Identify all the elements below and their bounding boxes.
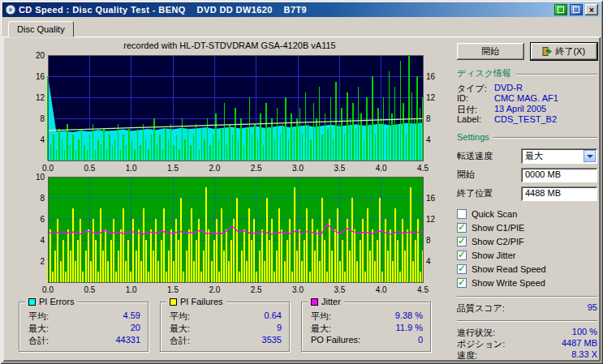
speed-selected-value: 最大 [525,151,543,161]
stat-box-pi-failures: PI Failures 平均:0.64 最大:9 合計:3535 [160,302,290,352]
close-button[interactable]: × [585,4,598,15]
start-position-input[interactable]: 0000 MB [521,168,597,182]
disc-info-row-label: Label:CDS_TEST_B2 [457,114,597,125]
action-buttons: 開始 終了(X) [457,43,597,60]
side-panel: 開始 終了(X) ディスク情報 タイプ:DVD-R ID:CMC MAG. AF… [457,43,597,357]
info-label: タイプ: [457,83,494,93]
svg-text:4.5: 4.5 [417,285,429,294]
svg-text:1.5: 1.5 [167,164,179,173]
exit-label: 終了(X) [555,45,585,58]
speed-label: 転送速度 [457,150,493,162]
stat-value: 0.64 [265,310,282,323]
svg-text:16: 16 [36,72,45,81]
stat-legend: PI Failures [166,297,226,306]
info-value: CMC MAG. AF1 [494,93,558,104]
stat-label: 合計: [28,335,49,347]
start-position-label: 開始 [457,169,475,181]
exit-icon [542,47,552,56]
app-icon [5,4,16,15]
svg-text:1.0: 1.0 [126,285,137,294]
checkbox-show-c1-pie[interactable]: Show C1/PIE [457,221,597,234]
end-position-row: 終了位置 4488 MB [457,186,597,201]
stat-row: 最大:11.9 % [311,323,423,335]
stat-label: 最大: [311,323,331,335]
stat-row: 平均:4.59 [28,310,140,323]
svg-text:8: 8 [40,114,45,123]
exit-button[interactable]: 終了(X) [531,43,598,60]
checkbox-box[interactable] [457,264,467,274]
speed-select[interactable]: 最大 [521,148,597,164]
stat-title: Jitter [321,297,341,306]
svg-text:2.0: 2.0 [209,285,220,294]
stats-row: PI Errors 平均:4.59 最大:20 合計:44331 PI Fail… [19,302,452,352]
progress-row: 進行状況: 100 % [457,327,597,338]
stat-value: 9.38 % [395,310,423,323]
stat-value: 20 [131,323,140,335]
pi-errors-chart: 201612841612840.00.51.01.52.02.53.03.54.… [7,52,452,173]
info-label: ID: [457,93,494,104]
stat-title: PI Failures [180,297,223,306]
svg-text:4: 4 [426,135,431,144]
svg-text:6: 6 [40,215,45,224]
stat-box-jitter: Jitter 平均:9.38 % 最大:11.9 % PO Failures:0 [301,302,431,352]
stat-row: 合計:3535 [170,335,282,347]
checkbox-box[interactable] [457,278,467,288]
end-position-input[interactable]: 4488 MB [521,186,597,201]
checkbox-show-c2-pif[interactable]: Show C2/PIF [457,234,597,248]
checkbox-show-read-speed[interactable]: Show Read Speed [457,262,597,276]
checkbox-label: Show C1/PIE [472,223,524,233]
quality-score-value: 95 [588,302,597,314]
titlebar-blue-icon-button[interactable] [570,4,583,15]
checkbox-show-jitter[interactable]: Show Jitter [457,248,597,262]
checkbox-box[interactable] [457,251,467,260]
checkbox-quick-scan[interactable]: Quick Scan [457,207,597,221]
info-value: 13 April 2005 [494,104,546,114]
titlebar: CD Speed : Disc Quality Test - BENQ DVD … [2,2,601,17]
svg-text:16: 16 [426,194,436,203]
checkbox-box[interactable] [457,223,467,233]
svg-text:0.0: 0.0 [42,285,54,294]
stat-row: 平均:0.64 [170,310,282,323]
chevron-down-icon[interactable] [584,150,596,162]
settings-heading: Settings [457,132,489,142]
checkbox-box[interactable] [457,209,467,219]
position-label: ポジション: [457,338,505,349]
start-button[interactable]: 開始 [457,43,524,60]
svg-text:8: 8 [40,194,45,203]
jitter-swatch [311,298,318,306]
svg-text:1.0: 1.0 [126,164,137,173]
svg-text:4: 4 [40,236,45,245]
titlebar-green-icon-button[interactable] [554,4,567,15]
stat-row: PO Failures:0 [311,335,423,347]
stat-legend: Jitter [308,297,344,306]
checkbox-show-write-speed[interactable]: Show Write Speed [457,276,597,289]
pi-failures-jitter-chart: 1086421612840.00.51.01.52.02.53.03.54.04… [7,173,452,295]
checkbox-label: Show C2/PIF [472,237,524,246]
app-window: CD Speed : Disc Quality Test - BENQ DVD … [0,0,603,364]
stat-label: 最大: [28,323,49,335]
checkbox-label: Quick Scan [472,209,517,219]
svg-text:3.0: 3.0 [292,285,304,294]
svg-text:0.0: 0.0 [42,164,54,173]
stat-value: 4.59 [123,310,140,323]
position-value: 4487 MB [562,338,597,349]
info-label: Label: [457,114,494,125]
stat-label: 平均: [170,310,190,323]
svg-text:12: 12 [426,215,436,224]
stat-title: PI Errors [39,297,74,306]
svg-text:2: 2 [40,257,45,266]
stat-legend: PI Errors [25,297,77,306]
svg-text:2.5: 2.5 [251,285,262,294]
divider [515,74,597,75]
progress-label: 進行状況: [457,327,495,338]
tab-disc-quality[interactable]: Disc Quality [8,21,74,37]
pi-errors-swatch [28,298,36,306]
info-label: 日付: [457,104,494,114]
stat-row: 平均:9.38 % [311,310,423,323]
checkbox-list: Quick Scan Show C1/PIE Show C2/PIF Show … [457,207,597,289]
tab-page: recorded with HL-DT-STDVDRAM GSA-4120B v… [2,36,601,362]
svg-text:4: 4 [426,257,431,266]
checkbox-box[interactable] [457,237,467,246]
disc-info-row-id: ID:CMC MAG. AF1 [457,93,597,104]
divider [493,137,597,139]
